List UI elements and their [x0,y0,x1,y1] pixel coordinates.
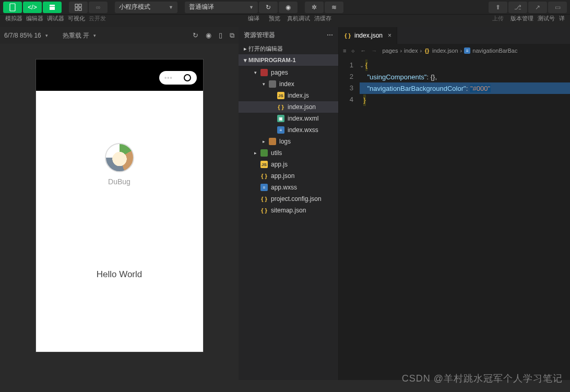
debugger-button[interactable] [43,2,62,13]
js-icon: JS [277,92,284,99]
folder-logs[interactable]: ▸logs [239,136,338,147]
file-explorer: 资源管理器 ⋯ ▸ 打开的编辑器 ▾ MINIPROGRAM-1 ▾pages … [239,27,339,380]
wxss-icon: ≡ [260,184,268,191]
mode-label: 小程序模式 [119,3,150,11]
phone-content: DuBug Hello World [36,91,203,280]
label-debug: 调试器 [45,15,66,22]
label-upload: 上传 [488,15,508,22]
mode-dropdown[interactable]: 小程序模式▼ [115,2,177,13]
menu-dots-icon: ••• [164,74,173,81]
code-lines[interactable]: ⌄ { "usingComponents": {}, "navigationBa… [360,57,570,380]
json-icon: { } [344,32,351,39]
folder-icon [269,138,276,145]
breadcrumb[interactable]: pages › index › {} index.json › ≡ naviga… [382,47,517,54]
wxml-icon: ▣ [277,115,284,122]
testid-button[interactable]: ↗ [528,2,547,13]
username-text: DuBug [36,177,203,186]
folder-index[interactable]: ▾index [239,78,338,90]
file-app-wxss[interactable]: ≡app.wxss [239,182,338,193]
label-compile: 编译 [243,15,264,22]
visual-button[interactable] [69,2,88,13]
main-area: 6/7/8 85% 16▾ 热重载 开▾ ↻ ◉ ▯ ⧉ ••• [0,27,570,380]
close-icon[interactable]: × [388,32,391,39]
more-button[interactable]: ▭ [548,2,567,13]
record-icon[interactable]: ◉ [206,31,211,40]
main-toolbar: </> ∞ 小程序模式▼ 普通编译▼ ↻ ◉ ✲ ≋ ⬆ ⎇ ↗ ▭ [0,0,570,15]
label-more: 详 [556,15,567,22]
hello-text: Hello World [36,269,203,280]
prop-icon: ≡ [464,47,470,54]
hotreload-label[interactable]: 热重载 开 [63,31,89,40]
folder-icon [260,149,268,157]
phone-device: ••• DuBug Hello World [36,60,203,352]
folder-pages[interactable]: ▾pages [239,67,338,78]
json-icon: {} [424,47,430,54]
toolbar-sublabels: 模拟器 编辑器 调试器 可视化 云开发 编译 预览 真机调试 清缓存 上传 版本… [0,15,570,27]
realdebug-button[interactable]: ✲ [305,2,324,13]
file-sitemap[interactable]: { }sitemap.json [239,205,338,216]
open-editors-section[interactable]: ▸ 打开的编辑器 [239,43,338,54]
js-icon: JS [260,161,268,168]
file-index-js[interactable]: JSindex.js [239,90,338,101]
caret-icon[interactable]: ▾ [45,33,48,38]
explorer-header: 资源管理器 ⋯ [239,27,338,43]
json-icon: { } [260,195,268,203]
svg-rect-1 [50,7,55,10]
caret-icon: ▼ [169,5,173,10]
compile-button[interactable]: ↻ [259,2,278,13]
label-version: 版本管理 [508,15,536,22]
json-icon: { } [277,103,284,111]
tab-index-json[interactable]: { } index.json × [339,27,397,44]
popup-icon[interactable]: ⧉ [230,31,234,40]
back-icon[interactable]: ← [360,47,366,54]
caret-icon[interactable]: ▾ [93,33,96,38]
file-app-js[interactable]: JSapp.js [239,159,338,170]
label-editor: 编辑器 [24,15,45,22]
folder-utils[interactable]: ▸utils [239,147,338,159]
compile-dropdown[interactable]: 普通编译▼ [185,2,258,13]
capsule-menu[interactable]: ••• [159,71,197,85]
line-gutter: 1234 [339,57,360,380]
cloud-button[interactable]: ∞ [89,2,108,13]
file-project-config[interactable]: { }project.config.json [239,193,338,205]
code-area[interactable]: 1234 ⌄ { "usingComponents": {}, "navigat… [339,57,570,380]
compile-label: 普通编译 [189,3,214,11]
svg-rect-6 [79,8,81,10]
file-index-wxml[interactable]: ▣index.wxml [239,113,338,124]
editor-button[interactable]: </> [23,2,42,13]
avatar[interactable] [105,143,134,172]
simulator-device-area: ••• DuBug Hello World [0,44,239,380]
editor-toolbar: ≡ ⟐ ← → pages › index › {} index.json › … [339,44,570,57]
simulator-bar: 6/7/8 85% 16▾ 热重载 开▾ ↻ ◉ ▯ ⧉ [0,27,239,44]
refresh-icon[interactable]: ↻ [193,31,198,40]
folder-icon [260,69,268,76]
more-icon[interactable]: ⋯ [327,31,333,39]
clearcache-button[interactable]: ≋ [325,2,343,13]
simulator-button[interactable] [3,2,22,13]
label-visual: 可视化 [66,15,87,22]
svg-rect-5 [75,8,78,10]
caret-icon: ▼ [249,5,254,10]
editor-tabs: { } index.json × [339,27,570,44]
watermark: CSDN @羊村跳水冠军个人学习笔记 [402,372,563,385]
bookmark-icon[interactable]: ⟐ [351,47,355,54]
wxss-icon: ≡ [277,126,284,134]
svg-rect-3 [75,4,78,7]
sim-status: 6/7/8 85% 16 [4,32,41,39]
project-section[interactable]: ▾ MINIPROGRAM-1 [239,54,338,66]
file-tree: ▾pages ▾index JSindex.js { }index.json ▣… [239,66,338,380]
close-ring-icon [184,74,191,81]
preview-button[interactable]: ◉ [279,2,298,13]
file-app-json[interactable]: { }app.json [239,170,338,182]
upload-button[interactable]: ⬆ [489,2,507,13]
phone-navbar: ••• [36,60,203,91]
forward-icon[interactable]: → [371,47,377,54]
label-clearcache: 清缓存 [312,15,333,22]
device-icon[interactable]: ▯ [219,31,222,40]
folder-icon [269,80,276,88]
list-icon[interactable]: ≡ [343,47,346,54]
file-index-wxss[interactable]: ≡index.wxss [239,124,338,136]
svg-rect-4 [79,4,81,7]
version-button[interactable]: ⎇ [508,2,527,13]
file-index-json[interactable]: { }index.json [239,101,338,113]
